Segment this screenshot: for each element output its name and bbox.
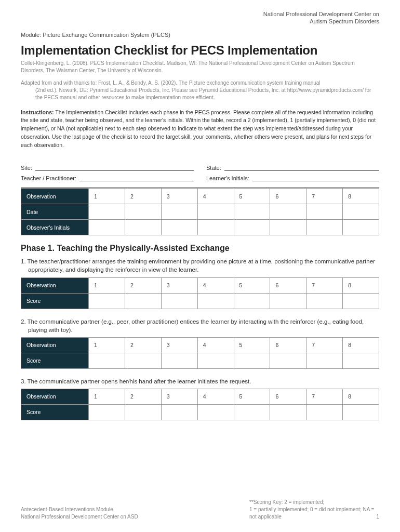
observation-date-table: Observation 1 2 3 4 5 6 7 8 Date Observe… bbox=[21, 188, 379, 235]
scoring-key-line1: **Scoring Key: 2 = implemented; bbox=[249, 499, 324, 505]
score-cell[interactable] bbox=[270, 404, 306, 420]
scoring-key-line2: 1 = partially implemented; 0 = did not i… bbox=[249, 507, 374, 520]
observer-cell[interactable] bbox=[306, 220, 343, 235]
instructions-label: Instructions: bbox=[21, 109, 54, 115]
obs-col: 7 bbox=[306, 189, 343, 204]
footer-left: Antecedent-Based Interventions Module Na… bbox=[21, 506, 138, 521]
table-row: Score bbox=[21, 293, 379, 309]
observer-cell[interactable] bbox=[125, 220, 161, 235]
obs-col: 5 bbox=[234, 277, 270, 293]
obs-col: 5 bbox=[234, 389, 270, 404]
step1-score-table: Observation 12345678 Score bbox=[21, 277, 379, 309]
score-cell[interactable] bbox=[270, 293, 306, 309]
score-cell[interactable] bbox=[343, 293, 379, 309]
obs-col: 3 bbox=[161, 389, 197, 404]
date-cell[interactable] bbox=[306, 204, 343, 220]
row-header-score: Score bbox=[21, 404, 89, 420]
obs-col: 8 bbox=[343, 277, 379, 293]
score-cell[interactable] bbox=[343, 404, 379, 420]
score-cell[interactable] bbox=[234, 353, 270, 368]
date-cell[interactable] bbox=[125, 204, 161, 220]
score-cell[interactable] bbox=[89, 353, 125, 368]
score-cell[interactable] bbox=[197, 404, 234, 420]
score-cell[interactable] bbox=[125, 353, 161, 368]
obs-col: 3 bbox=[161, 277, 197, 293]
table-row: Observation 12345678 bbox=[21, 277, 379, 293]
table-row: Observation 12345678 bbox=[21, 389, 379, 404]
step-1: 1. The teacher/practitioner arranges the… bbox=[21, 257, 379, 274]
score-cell[interactable] bbox=[197, 293, 234, 309]
obs-col: 4 bbox=[197, 337, 234, 353]
obs-col: 8 bbox=[343, 189, 379, 204]
footer-module: Antecedent-Based Interventions Module bbox=[21, 507, 113, 512]
score-cell[interactable] bbox=[234, 404, 270, 420]
score-cell[interactable] bbox=[234, 293, 270, 309]
row-header-observation: Observation bbox=[21, 389, 89, 404]
score-cell[interactable] bbox=[306, 404, 343, 420]
observer-cell[interactable] bbox=[197, 220, 234, 235]
score-cell[interactable] bbox=[161, 353, 197, 368]
obs-col: 7 bbox=[306, 277, 343, 293]
org-line2: Autism Spectrum Disorders bbox=[310, 18, 379, 24]
field-state: State: bbox=[206, 164, 379, 171]
table-row: Observation 12345678 bbox=[21, 337, 379, 353]
state-label: State: bbox=[206, 165, 224, 171]
score-cell[interactable] bbox=[125, 404, 161, 420]
site-input-line[interactable] bbox=[35, 164, 194, 171]
obs-col: 4 bbox=[197, 189, 234, 204]
state-input-line[interactable] bbox=[224, 164, 379, 171]
learner-label: Learner's Initials: bbox=[206, 175, 252, 181]
date-cell[interactable] bbox=[197, 204, 234, 220]
obs-col: 7 bbox=[306, 389, 343, 404]
row-header-observer: Observer's Initials bbox=[21, 220, 89, 235]
score-cell[interactable] bbox=[343, 353, 379, 368]
observer-cell[interactable] bbox=[270, 220, 306, 235]
date-cell[interactable] bbox=[343, 204, 379, 220]
row-header-date: Date bbox=[21, 204, 89, 220]
observer-cell[interactable] bbox=[89, 220, 125, 235]
obs-col: 5 bbox=[234, 189, 270, 204]
instructions-body: The Implementation Checklist includes ea… bbox=[21, 109, 376, 148]
obs-col: 8 bbox=[343, 337, 379, 353]
row-header-score: Score bbox=[21, 353, 89, 368]
learner-input-line[interactable] bbox=[252, 174, 379, 181]
obs-col: 6 bbox=[270, 389, 306, 404]
score-cell[interactable] bbox=[125, 293, 161, 309]
teacher-input-line[interactable] bbox=[79, 174, 194, 181]
teacher-label: Teacher / Practitioner: bbox=[21, 175, 79, 181]
date-cell[interactable] bbox=[89, 204, 125, 220]
obs-col: 5 bbox=[234, 337, 270, 353]
score-cell[interactable] bbox=[89, 293, 125, 309]
step3-score-table: Observation 12345678 Score bbox=[21, 389, 379, 420]
obs-col: 4 bbox=[197, 389, 234, 404]
obs-col: 4 bbox=[197, 277, 234, 293]
page-title: Implementation Checklist for PECS Implem… bbox=[21, 43, 379, 58]
date-cell[interactable] bbox=[234, 204, 270, 220]
score-cell[interactable] bbox=[161, 404, 197, 420]
score-cell[interactable] bbox=[306, 293, 343, 309]
form-fields: Site: State: Teacher / Practitioner: Lea… bbox=[21, 164, 379, 181]
obs-col: 2 bbox=[125, 389, 161, 404]
org-header: National Professional Development Center… bbox=[21, 10, 379, 25]
observer-cell[interactable] bbox=[161, 220, 197, 235]
table-row: Score bbox=[21, 404, 379, 420]
instructions-block: Instructions: The Implementation Checkli… bbox=[21, 109, 379, 150]
obs-col: 6 bbox=[270, 189, 306, 204]
score-cell[interactable] bbox=[89, 404, 125, 420]
date-cell[interactable] bbox=[161, 204, 197, 220]
adapted-lead: Adapted from and with thanks to: Frost, … bbox=[21, 80, 321, 86]
table-row: Score bbox=[21, 353, 379, 368]
row-header-observation: Observation bbox=[21, 277, 89, 293]
score-cell[interactable] bbox=[197, 353, 234, 368]
obs-col: 3 bbox=[161, 189, 197, 204]
observer-cell[interactable] bbox=[343, 220, 379, 235]
step-3: 3. The communicative partner opens her/h… bbox=[21, 377, 379, 385]
footer-scoring-key: **Scoring Key: 2 = implemented; 1 = part… bbox=[249, 499, 379, 521]
adapted-from: Adapted from and with thanks to: Frost, … bbox=[21, 79, 379, 101]
score-cell[interactable] bbox=[270, 353, 306, 368]
score-cell[interactable] bbox=[306, 353, 343, 368]
observer-cell[interactable] bbox=[234, 220, 270, 235]
score-cell[interactable] bbox=[161, 293, 197, 309]
obs-col: 1 bbox=[89, 337, 125, 353]
date-cell[interactable] bbox=[270, 204, 306, 220]
